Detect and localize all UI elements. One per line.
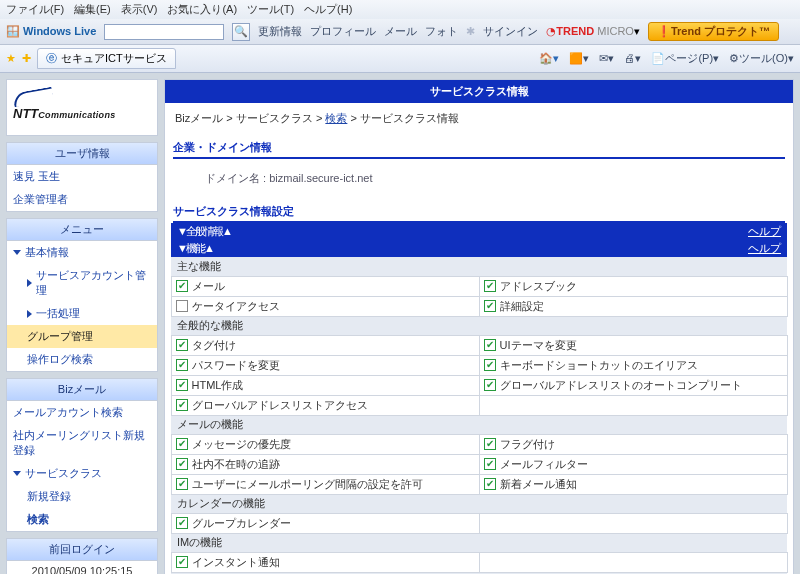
section-domain-info: 企業・ドメイン情報 [173, 140, 785, 159]
trend-logo: ◔TREND MICRO▾ [546, 25, 640, 38]
opt-pwchange[interactable]: パスワードを変更 [171, 355, 480, 376]
tab-bar: ★ ✚ ⓔ セキュアICTサービス 🏠▾ 🟧▾ ✉▾ 🖨▾ 📄ページ(P)▾ ⚙… [0, 45, 800, 73]
nav-oplog[interactable]: 操作ログ検索 [7, 348, 157, 371]
cat-mail: メールの機能 [171, 415, 787, 434]
opt-flag[interactable]: フラグ付け [479, 434, 788, 455]
opt-priority[interactable]: メッセージの優先度 [171, 434, 480, 455]
opt-gal-access[interactable]: グローバルアドレスリストアクセス [171, 395, 480, 416]
toolbar-profile[interactable]: プロフィール [310, 24, 376, 39]
main-panel: サービスクラス情報 Bizメール > サービスクラス > 検索 > サービスクラ… [164, 79, 794, 574]
breadcrumb-search-link[interactable]: 検索 [325, 112, 347, 124]
page-title: サービスクラス情報 [165, 80, 793, 103]
nav-batch[interactable]: 一括処理 [7, 302, 157, 325]
search-go-button[interactable]: 🔍 [232, 23, 250, 41]
nav-mail-account-search[interactable]: メールアカウント検索 [7, 401, 157, 424]
opt-uitheme[interactable]: UIテーマを変更 [479, 335, 788, 356]
opt-html-compose[interactable]: HTML作成 [171, 375, 480, 396]
nav-search[interactable]: 検索 [7, 508, 157, 531]
mail-read-icon[interactable]: ✉▾ [599, 52, 614, 65]
opt-detail[interactable]: 詳細設定 [479, 296, 788, 317]
signin-link[interactable]: サインイン [483, 24, 538, 39]
user-name: 速見 玉生 [7, 165, 157, 188]
band-general[interactable]: ▼全般情報▲ヘルプ [171, 223, 787, 240]
menu-view[interactable]: 表示(V) [121, 2, 158, 17]
opt-out-of-office[interactable]: 社内不在時の追跡 [171, 454, 480, 475]
ie-icon: ⓔ [46, 51, 57, 66]
opt-instant-notify[interactable]: インスタント通知 [171, 552, 480, 573]
sidebar: NTTCommunications ユーザ情報 速見 玉生 企業管理者 メニュー… [6, 79, 158, 574]
opt-mail-filter[interactable]: メールフィルター [479, 454, 788, 475]
right-tool-group: 🏠▾ 🟧▾ ✉▾ 🖨▾ 📄ページ(P)▾ ⚙ツール(O)▾ [539, 51, 794, 66]
toolbar-mail[interactable]: メール [384, 24, 417, 39]
opt-mail[interactable]: メール [171, 276, 480, 297]
nav-new-register[interactable]: 新規登録 [7, 485, 157, 508]
opt-keitai[interactable]: ケータイアクセス [171, 296, 480, 317]
cat-main-features: 主な機能 [171, 257, 787, 276]
tools-menu[interactable]: ⚙ツール(O)▾ [729, 51, 794, 66]
trend-protect-button[interactable]: ❗Trend プロテクト™ [648, 22, 779, 41]
feed-icon[interactable]: 🟧▾ [569, 52, 589, 65]
browser-toolbar: 🪟 Windows Live 🔍 更新情報 プロフィール メール フォト ✱ サ… [0, 19, 800, 45]
bizmail-head: Bizメール [7, 379, 157, 401]
toolbar-photo[interactable]: フォト [425, 24, 458, 39]
help-link[interactable]: ヘルプ [748, 224, 781, 239]
opt-kb-alias[interactable]: キーボードショートカットのエイリアス [479, 355, 788, 376]
page-menu[interactable]: 📄ページ(P)▾ [651, 51, 719, 66]
menu-edit[interactable]: 編集(E) [74, 2, 111, 17]
cat-calendar: カレンダーの機能 [171, 494, 787, 513]
nav-service-class[interactable]: サービスクラス [7, 462, 157, 485]
menu-file[interactable]: ファイル(F) [6, 2, 64, 17]
toolbar-news[interactable]: 更新情報 [258, 24, 302, 39]
opt-tag[interactable]: タグ付け [171, 335, 480, 356]
add-favorite-icon[interactable]: ✚ [22, 52, 31, 65]
favorites-star-icon[interactable]: ★ [6, 52, 16, 65]
cat-global: 全般的な機能 [171, 316, 787, 335]
nav-basic-info[interactable]: 基本情報 [7, 241, 157, 264]
windows-live-logo: 🪟 Windows Live [6, 25, 96, 38]
section-service-class-settings: サービスクラス情報設定 [173, 204, 785, 223]
opt-group-calendar[interactable]: グループカレンダー [171, 513, 480, 534]
opt-addressbook[interactable]: アドレスブック [479, 276, 788, 297]
breadcrumb: Bizメール > サービスクラス > 検索 > サービスクラス情報 [165, 103, 793, 134]
cat-im: IMの機能 [171, 533, 787, 552]
menu-fav[interactable]: お気に入り(A) [167, 2, 237, 17]
print-icon[interactable]: 🖨▾ [624, 52, 641, 65]
band-features[interactable]: ▼機能▲ヘルプ [171, 240, 787, 257]
domain-row: ドメイン名 : bizmail.secure-ict.net [165, 159, 793, 198]
search-input[interactable] [104, 24, 224, 40]
browser-tab[interactable]: ⓔ セキュアICTサービス [37, 48, 176, 69]
opt-new-mail-notify[interactable]: 新着メール通知 [479, 474, 788, 495]
last-login-timestamp: 2010/05/09 10:25:15 [7, 561, 157, 574]
nav-service-account[interactable]: サービスアカウント管理 [7, 264, 157, 302]
user-info-head: ユーザ情報 [7, 143, 157, 165]
menu-tool[interactable]: ツール(T) [247, 2, 294, 17]
ntt-logo: NTTCommunications [6, 79, 158, 136]
opt-poll-interval[interactable]: ユーザーにメールポーリング間隔の設定を許可 [171, 474, 480, 495]
menu-help[interactable]: ヘルプ(H) [304, 2, 352, 17]
help-link[interactable]: ヘルプ [748, 241, 781, 256]
user-role: 企業管理者 [7, 188, 157, 211]
os-menubar: ファイル(F) 編集(E) 表示(V) お気に入り(A) ツール(T) ヘルプ(… [0, 0, 800, 19]
last-login-head: 前回ログイン [7, 539, 157, 561]
menu-head: メニュー [7, 219, 157, 241]
opt-gal-autocomplete[interactable]: グローバルアドレスリストのオートコンプリート [479, 375, 788, 396]
home-icon[interactable]: 🏠▾ [539, 52, 559, 65]
nav-ml-register[interactable]: 社内メーリングリスト新規登録 [7, 424, 157, 462]
nav-group-mgmt[interactable]: グループ管理 [7, 325, 157, 348]
